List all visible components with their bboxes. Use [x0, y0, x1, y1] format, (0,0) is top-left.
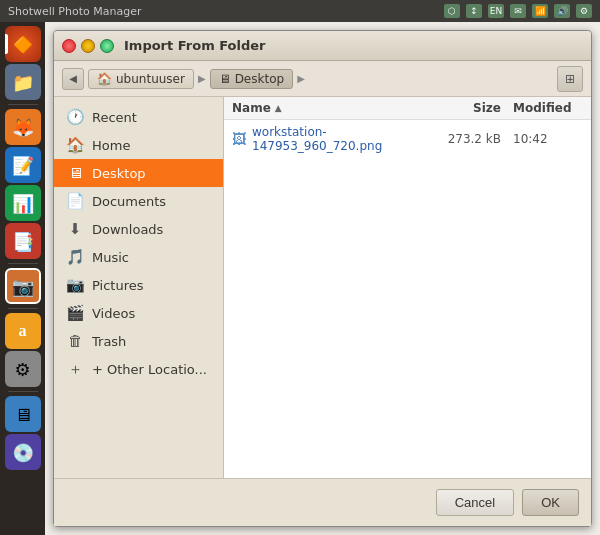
music-icon: 🎵: [66, 248, 84, 266]
downloads-icon: ⬇: [66, 220, 84, 238]
file-modified: 10:42: [513, 132, 583, 146]
sidebar-item-desktop[interactable]: 🖥 Desktop: [54, 159, 223, 187]
breadcrumb-desktop[interactable]: 🖥 Desktop: [210, 69, 294, 89]
maximize-button[interactable]: [100, 39, 114, 53]
dialog-window: Import From Folder ◀ 🏠 ubuntuuser ▶ 🖥 De…: [53, 30, 592, 527]
table-row[interactable]: 🖼 workstation-147953_960_720.png 273.2 k…: [224, 120, 591, 158]
breadcrumb-separator: ▶: [198, 73, 206, 84]
network-icon: ⬡: [444, 4, 460, 18]
col-size-header[interactable]: Size: [433, 101, 513, 115]
sidebar-label-downloads: Downloads: [92, 222, 163, 237]
window-controls: [62, 39, 114, 53]
trash-icon: 🗑: [66, 332, 84, 350]
sidebar-label-pictures: Pictures: [92, 278, 143, 293]
mail-icon: ✉: [510, 4, 526, 18]
sidebar-label-trash: Trash: [92, 334, 126, 349]
sidebar-label-videos: Videos: [92, 306, 135, 321]
sidebar-item-pictures[interactable]: 📷 Pictures: [54, 271, 223, 299]
divider3: [8, 308, 38, 309]
gear-icon: ⚙: [576, 4, 592, 18]
sidebar-label-documents: Documents: [92, 194, 166, 209]
file-icon: 🖼: [232, 131, 246, 147]
dialog-title: Import From Folder: [124, 38, 266, 53]
impress-icon[interactable]: 📑: [5, 223, 41, 259]
documents-icon: 📄: [66, 192, 84, 210]
divider4: [8, 391, 38, 392]
breadcrumb-desktop-label: Desktop: [235, 72, 285, 86]
ok-button[interactable]: OK: [522, 489, 579, 516]
size-header-label: Size: [473, 101, 501, 115]
ubuntu-icon[interactable]: 🔶: [5, 26, 41, 62]
breadcrumb-separator2: ▶: [297, 73, 305, 84]
sync-icon: ↕: [466, 4, 482, 18]
calc-icon[interactable]: 📊: [5, 185, 41, 221]
modified-header-label: Modified: [513, 101, 572, 115]
sidebar-item-documents[interactable]: 📄 Documents: [54, 187, 223, 215]
firefox-icon[interactable]: 🦊: [5, 109, 41, 145]
dialog-body: 🕐 Recent 🏠 Home 🖥 Desktop 📄 Documents: [54, 97, 591, 478]
files-icon[interactable]: 📁: [5, 64, 41, 100]
app-name: Shotwell Photo Manager: [8, 5, 141, 18]
sidebar-label-music: Music: [92, 250, 129, 265]
minimize-button[interactable]: [81, 39, 95, 53]
app10-icon[interactable]: 🖥: [5, 396, 41, 432]
system-topbar: Shotwell Photo Manager ⬡ ↕ EN ✉ 📶 🔊 ⚙: [0, 0, 600, 22]
file-size: 273.2 kB: [433, 132, 513, 146]
dialog-footer: Cancel OK: [54, 478, 591, 526]
sidebar-label-home: Home: [92, 138, 130, 153]
volume-icon: 🔊: [554, 4, 570, 18]
sidebar-item-music[interactable]: 🎵 Music: [54, 243, 223, 271]
sidebar-item-recent[interactable]: 🕐 Recent: [54, 103, 223, 131]
sort-arrow: ▲: [275, 103, 282, 113]
shotwell-icon[interactable]: 📷: [5, 268, 41, 304]
name-header-label: Name: [232, 101, 271, 115]
home-icon: 🏠: [97, 72, 112, 86]
file-list: Name ▲ Size Modified 🖼 workstation-14795…: [224, 97, 591, 478]
breadcrumb-home[interactable]: 🏠 ubuntuuser: [88, 69, 194, 89]
col-modified-header[interactable]: Modified: [513, 101, 583, 115]
app11-icon[interactable]: 💿: [5, 434, 41, 470]
desktop-folder-icon: 🖥: [66, 164, 84, 182]
recent-icon: 🕐: [66, 108, 84, 126]
breadcrumb-home-label: ubuntuuser: [116, 72, 185, 86]
divider: [8, 104, 38, 105]
sidebar-item-downloads[interactable]: ⬇ Downloads: [54, 215, 223, 243]
col-name-header[interactable]: Name ▲: [232, 101, 433, 115]
divider2: [8, 263, 38, 264]
dialog-titlebar: Import From Folder: [54, 31, 591, 61]
writer-icon[interactable]: 📝: [5, 147, 41, 183]
amazon-icon[interactable]: a: [5, 313, 41, 349]
sidebar-label-other: + Other Locatio...: [92, 362, 207, 377]
close-button[interactable]: [62, 39, 76, 53]
pictures-icon: 📷: [66, 276, 84, 294]
sidebar-label-recent: Recent: [92, 110, 137, 125]
file-name: workstation-147953_960_720.png: [252, 125, 433, 153]
home-folder-icon: 🏠: [66, 136, 84, 154]
back-button[interactable]: ◀: [62, 68, 84, 90]
desktop-icon: 🖥: [219, 72, 231, 86]
sidebar-label-desktop: Desktop: [92, 166, 146, 181]
videos-icon: 🎬: [66, 304, 84, 322]
dialog-toolbar: ◀ 🏠 ubuntuuser ▶ 🖥 Desktop ▶ ⊞: [54, 61, 591, 97]
cancel-button[interactable]: Cancel: [436, 489, 514, 516]
file-sidebar: 🕐 Recent 🏠 Home 🖥 Desktop 📄 Documents: [54, 97, 224, 478]
system-indicators: ⬡ ↕ EN ✉ 📶 🔊 ⚙: [444, 4, 592, 18]
sidebar-item-other[interactable]: ＋ + Other Locatio...: [54, 355, 223, 384]
settings-icon[interactable]: ⚙: [5, 351, 41, 387]
other-icon: ＋: [66, 360, 84, 379]
new-folder-button[interactable]: ⊞: [557, 66, 583, 92]
lang-icon: EN: [488, 4, 504, 18]
wifi-icon: 📶: [532, 4, 548, 18]
sidebar-item-home[interactable]: 🏠 Home: [54, 131, 223, 159]
file-list-header: Name ▲ Size Modified: [224, 97, 591, 120]
sidebar-item-trash[interactable]: 🗑 Trash: [54, 327, 223, 355]
app-sidebar: 🔶 📁 🦊 📝 📊 📑 📷 a ⚙ 🖥 💿: [0, 22, 45, 535]
sidebar-item-videos[interactable]: 🎬 Videos: [54, 299, 223, 327]
